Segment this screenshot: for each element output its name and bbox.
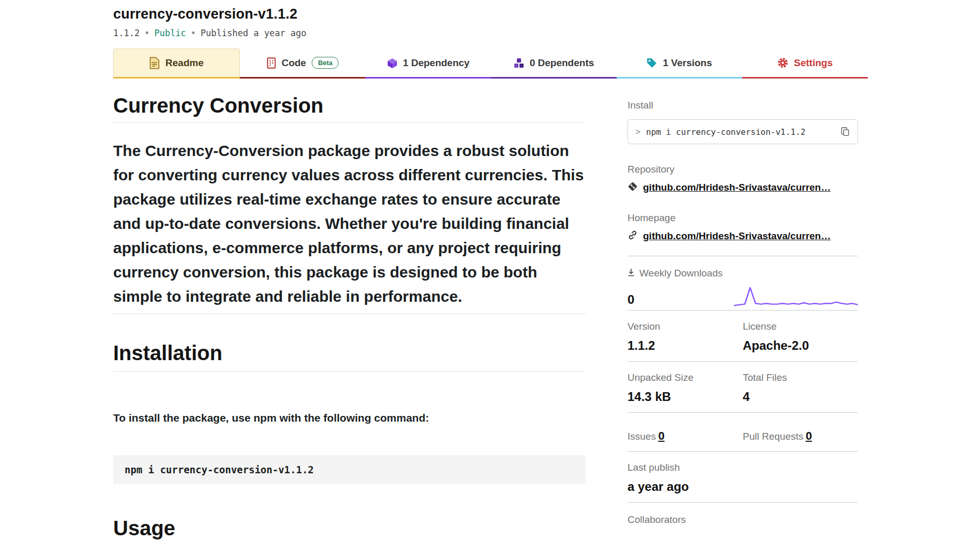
version-stat: Version 1.1.2 bbox=[627, 321, 743, 353]
collaborators-section: Collaborators bbox=[627, 502, 858, 524]
npm-package-page: currency-conversion-v1.1.2 1.1.2 • Publi… bbox=[0, 0, 980, 546]
homepage-section: Homepage github.com/Hridesh-Srivastava/c… bbox=[627, 212, 858, 242]
meta-separator: • bbox=[144, 28, 149, 38]
readme-title: Currency Conversion bbox=[113, 94, 586, 123]
tab-label: Readme bbox=[165, 57, 204, 69]
link-icon bbox=[627, 230, 638, 242]
meta-separator: • bbox=[191, 28, 196, 38]
weekly-downloads-count: 0 bbox=[627, 293, 634, 307]
unpacked-size-label: Unpacked Size bbox=[627, 372, 694, 383]
package-title: currency-conversion-v1.1.2 bbox=[113, 6, 980, 22]
weekly-downloads-label: Weekly Downloads bbox=[639, 268, 723, 279]
last-publish-section: Last publish a year ago bbox=[627, 451, 858, 502]
code-file-icon bbox=[267, 57, 276, 69]
install-section: Install > npm i currency-conversion-v1.1… bbox=[627, 100, 858, 144]
usage-heading: Usage bbox=[113, 516, 586, 546]
repository-section: Repository github.com/Hridesh-Srivastava… bbox=[627, 164, 858, 194]
download-icon bbox=[627, 268, 635, 278]
total-files-value: 4 bbox=[743, 390, 858, 404]
unpacked-size-stat: Unpacked Size 14.3 kB bbox=[627, 372, 743, 404]
package-meta: 1.1.2 • Public • Published a year ago bbox=[113, 28, 980, 38]
package-sidebar: Install > npm i currency-conversion-v1.1… bbox=[627, 94, 858, 546]
issues-label: Issues bbox=[627, 431, 656, 442]
package-tabs: Readme Code Beta 1 Dependency 0 Dependen… bbox=[113, 49, 868, 79]
tab-dependents[interactable]: 0 Dependents bbox=[491, 49, 617, 79]
unpacked-size-value: 14.3 kB bbox=[627, 390, 743, 404]
readme-intro: The Currency-Conversion package provides… bbox=[113, 138, 586, 308]
tab-settings[interactable]: Settings bbox=[742, 49, 868, 79]
git-icon bbox=[627, 181, 638, 194]
gear-icon bbox=[777, 57, 788, 68]
install-command-box: > npm i currency-conversion-v1.1.2 bbox=[627, 119, 858, 144]
tab-label: Settings bbox=[794, 57, 833, 69]
tab-versions[interactable]: 1 Versions bbox=[617, 49, 742, 79]
tab-readme[interactable]: Readme bbox=[113, 49, 240, 79]
issues-prs-row: Issues 0 Pull Requests 0 bbox=[627, 412, 858, 451]
last-publish-label: Last publish bbox=[627, 462, 680, 473]
readme-divider bbox=[113, 314, 586, 314]
install-command-block: npm i currency-conversion-v1.1.2 bbox=[113, 455, 586, 484]
homepage-link[interactable]: github.com/Hridesh-Srivastava/curren… bbox=[643, 230, 831, 242]
total-files-label: Total Files bbox=[743, 372, 787, 383]
meta-visibility-badge: Public bbox=[154, 28, 186, 38]
homepage-label: Homepage bbox=[627, 212, 858, 224]
issues-stat: Issues 0 bbox=[627, 423, 743, 443]
tab-code[interactable]: Code Beta bbox=[240, 49, 365, 79]
repository-link[interactable]: github.com/Hridesh-Srivastava/curren… bbox=[643, 182, 831, 193]
pull-requests-label: Pull Requests bbox=[743, 431, 803, 442]
meta-version: 1.1.2 bbox=[113, 28, 140, 38]
tab-label: 1 Dependency bbox=[403, 57, 470, 69]
install-label: Install bbox=[627, 100, 858, 111]
pull-requests-count-link[interactable]: 0 bbox=[806, 429, 812, 443]
tab-label: 1 Versions bbox=[663, 57, 712, 69]
tag-icon bbox=[647, 58, 657, 68]
total-files-stat: Total Files 4 bbox=[743, 372, 858, 404]
version-value: 1.1.2 bbox=[627, 338, 743, 353]
cube-icon bbox=[387, 58, 397, 68]
tab-label: Code bbox=[282, 57, 307, 69]
tab-label: 0 Dependents bbox=[530, 57, 594, 69]
pull-requests-stat: Pull Requests 0 bbox=[743, 423, 858, 443]
tab-dependencies[interactable]: 1 Dependency bbox=[365, 49, 491, 79]
installation-note: To install the package, use npm with the… bbox=[113, 412, 586, 424]
version-label: Version bbox=[627, 321, 660, 332]
meta-published: Published a year ago bbox=[201, 28, 307, 38]
weekly-downloads-section: Weekly Downloads 0 bbox=[627, 256, 858, 310]
last-publish-value: a year ago bbox=[627, 479, 858, 494]
weekly-downloads-sparkline bbox=[734, 286, 858, 307]
readme-content: Currency Conversion The Currency-Convers… bbox=[113, 94, 586, 546]
license-value: Apache-2.0 bbox=[743, 338, 858, 353]
copy-icon[interactable] bbox=[840, 127, 850, 136]
package-header: currency-conversion-v1.1.2 1.1.2 • Publi… bbox=[113, 6, 980, 38]
prompt-chevron-icon: > bbox=[636, 127, 640, 136]
readme-doc-icon bbox=[149, 57, 160, 69]
cubes-icon bbox=[514, 58, 524, 68]
license-label: License bbox=[743, 321, 777, 332]
collaborators-label: Collaborators bbox=[627, 514, 686, 524]
install-command-text: npm i currency-conversion-v1.1.2 bbox=[646, 127, 835, 137]
issues-count-link[interactable]: 0 bbox=[658, 429, 664, 443]
installation-heading: Installation bbox=[113, 341, 586, 372]
version-license-row: Version 1.1.2 License Apache-2.0 bbox=[627, 310, 858, 361]
size-files-row: Unpacked Size 14.3 kB Total Files 4 bbox=[627, 361, 858, 412]
beta-badge: Beta bbox=[312, 57, 339, 69]
license-stat: License Apache-2.0 bbox=[743, 321, 858, 353]
repository-label: Repository bbox=[627, 164, 858, 175]
